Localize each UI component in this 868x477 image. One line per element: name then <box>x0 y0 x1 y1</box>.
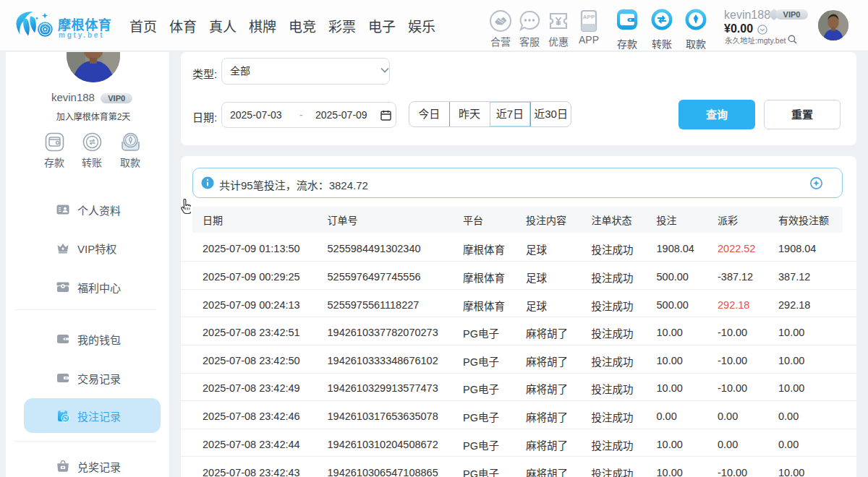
svg-text:APP: APP <box>583 14 595 20</box>
